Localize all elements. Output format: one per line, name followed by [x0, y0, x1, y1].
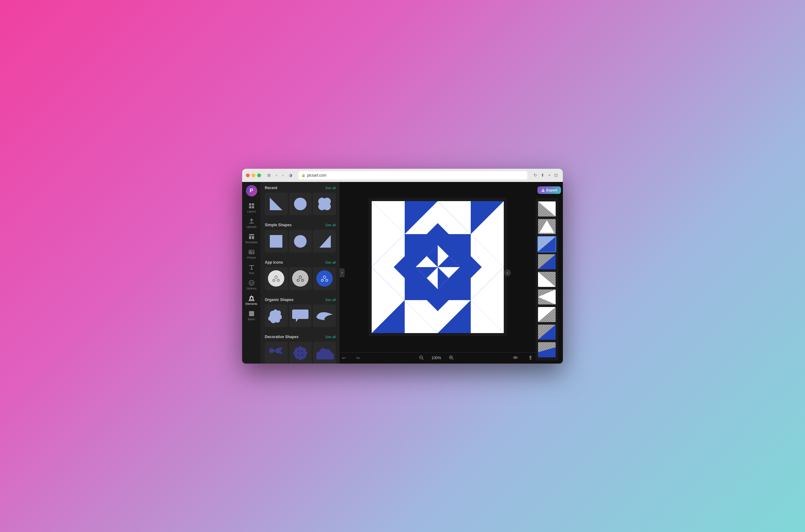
panel-collapse-button[interactable]: › — [340, 268, 345, 277]
export-row: Export — [535, 182, 563, 198]
thumbnail-5[interactable] — [537, 271, 556, 287]
shape-circle[interactable] — [289, 193, 312, 215]
app-icons-see-all[interactable]: See all — [325, 261, 336, 264]
sidebar-item-templates[interactable]: Templates — [242, 231, 261, 246]
forward-button[interactable]: › — [281, 172, 285, 179]
decorative-shapes-header: Decorative Shapes See all — [265, 335, 336, 339]
browser-window: ⊞ ‹ › ◑ 🔒 picsart.com ↻ ⬆ + ⊡ P — [242, 169, 563, 364]
decorative-shapes-grid — [265, 342, 336, 363]
zoom-level: 100% — [432, 356, 441, 360]
close-button[interactable] — [246, 173, 250, 177]
minimize-button[interactable] — [252, 173, 255, 177]
app-icon-dark[interactable] — [289, 267, 312, 290]
sidebar-item-photos[interactable]: Photos — [242, 246, 261, 262]
back-button[interactable]: ‹ — [275, 172, 278, 179]
svg-rect-91 — [542, 191, 545, 192]
canvas[interactable] — [368, 198, 507, 336]
svg-point-31 — [299, 276, 301, 279]
uploads-icon — [249, 218, 255, 224]
svg-line-83 — [422, 359, 424, 360]
svg-point-28 — [275, 276, 277, 279]
thumbnail-8[interactable] — [537, 324, 556, 340]
svg-rect-8 — [249, 250, 254, 254]
export-label: Export — [546, 188, 557, 192]
recent-see-all[interactable]: See all — [325, 186, 336, 190]
sidebar-item-text[interactable]: Text — [242, 262, 261, 277]
decorative-shapes-see-all[interactable]: See all — [325, 335, 336, 339]
undo-button[interactable]: ↩ — [340, 354, 348, 362]
svg-point-33 — [301, 279, 304, 282]
shape-speech-bubble[interactable] — [289, 304, 312, 327]
privacy-button[interactable]: ◑ — [288, 172, 293, 179]
redo-button[interactable]: ↪ — [353, 354, 362, 362]
maximize-button[interactable] — [257, 173, 261, 177]
svg-point-30 — [277, 279, 279, 282]
new-tab-button[interactable]: + — [547, 172, 552, 179]
canvas-toolbar: ↩ ↪ 100% — [340, 352, 535, 364]
thumbnail-1[interactable] — [537, 201, 556, 217]
shape-wing[interactable] — [313, 304, 336, 327]
sidebar-icons: P Layout — [242, 182, 261, 364]
svg-point-89 — [515, 357, 516, 358]
svg-marker-92 — [538, 202, 556, 216]
templates-icon — [249, 233, 255, 240]
thumbnail-7[interactable] — [537, 306, 556, 323]
svg-point-26 — [294, 235, 307, 248]
shape-splat[interactable] — [265, 304, 288, 327]
sidebar-item-uploads[interactable]: Uploads — [242, 215, 261, 231]
templates-label: Templates — [245, 241, 258, 244]
address-bar[interactable]: 🔒 picsart.com — [298, 171, 528, 179]
simple-shapes-see-all[interactable]: See all — [325, 223, 336, 227]
svg-marker-100 — [538, 325, 556, 340]
layout-icon — [249, 203, 255, 209]
organic-shapes-see-all[interactable]: See all — [325, 298, 336, 302]
browser-chrome: ⊞ ‹ › ◑ 🔒 picsart.com ↻ ⬆ + ⊡ — [242, 169, 563, 182]
shape-triangle[interactable] — [265, 193, 288, 215]
sidebar-item-batch[interactable]: Batch — [242, 308, 261, 323]
svg-point-20 — [294, 198, 307, 210]
svg-rect-50 — [316, 355, 334, 360]
app-icons-title: App Icons — [265, 260, 283, 265]
section-app-icons: App Icons See all — [261, 256, 340, 294]
svg-marker-93 — [539, 220, 554, 233]
thumbnail-2[interactable] — [537, 218, 556, 235]
shape-quatrefoil[interactable] — [313, 193, 336, 215]
traffic-lights — [246, 173, 261, 177]
app-icon-light[interactable] — [265, 267, 288, 290]
share-button[interactable]: ⬆ — [539, 172, 546, 179]
shape-right-triangle[interactable] — [313, 230, 336, 253]
sidebar-item-elements[interactable]: Elements — [242, 292, 261, 308]
visibility-button[interactable] — [510, 354, 520, 362]
shape-cloud-deco[interactable] — [313, 342, 336, 363]
svg-point-36 — [326, 279, 328, 282]
app-icons-header: App Icons See all — [265, 260, 336, 265]
uploads-label: Uploads — [246, 225, 257, 228]
thumbnail-6[interactable] — [537, 289, 556, 305]
tabs-button[interactable]: ⊡ — [553, 172, 559, 179]
expand-right-button[interactable]: › — [504, 269, 511, 276]
svg-point-32 — [297, 279, 299, 282]
app-logo[interactable]: P — [246, 185, 257, 196]
photos-icon — [249, 249, 255, 255]
shape-flower[interactable] — [289, 342, 312, 363]
thumbnail-3[interactable] — [537, 236, 556, 252]
app-icon-blue[interactable] — [313, 267, 336, 290]
shape-square[interactable] — [265, 230, 288, 253]
svg-rect-6 — [249, 236, 251, 239]
sidebar-item-stickers[interactable]: Stickers — [242, 277, 261, 292]
zoom-in-button[interactable] — [446, 354, 456, 362]
sidebar-toggle-button[interactable]: ⊞ — [266, 172, 272, 179]
simple-shapes-grid — [265, 230, 336, 253]
zoom-out-button[interactable] — [416, 354, 426, 362]
svg-marker-27 — [319, 235, 331, 248]
organic-shapes-title: Organic Shapes — [265, 298, 293, 302]
shape-circle-2[interactable] — [289, 230, 312, 253]
sidebar-item-layout[interactable]: Layout — [242, 200, 261, 215]
refresh-button[interactable]: ↻ — [532, 172, 538, 179]
thumbnail-4[interactable] — [537, 253, 556, 270]
thumbnail-9[interactable] — [537, 342, 556, 358]
shape-arrow-deco[interactable] — [265, 342, 288, 363]
accessibility-button[interactable] — [526, 354, 535, 362]
export-button[interactable]: Export — [537, 186, 561, 194]
elements-panel: Recent See all — [261, 182, 340, 364]
